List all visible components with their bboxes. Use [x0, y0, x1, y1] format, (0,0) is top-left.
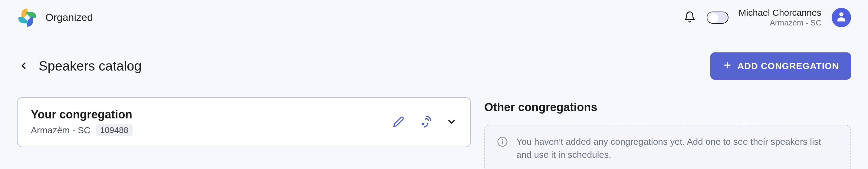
edit-button[interactable] — [393, 116, 404, 129]
toggle-knob-icon — [709, 13, 718, 23]
page: Speakers catalog ADD CONGREGATION Your c… — [0, 35, 868, 169]
back-button[interactable] — [17, 59, 30, 73]
empty-state: You haven't added any congregations yet.… — [484, 125, 851, 169]
page-header: Speakers catalog ADD CONGREGATION — [17, 50, 851, 83]
page-title: Speakers catalog — [39, 58, 142, 74]
svg-point-7 — [502, 139, 503, 140]
user-menu[interactable]: Michael Chorcannes Armazém - SC — [739, 7, 822, 28]
other-congregations-section: Other congregations You haven't added an… — [484, 97, 851, 169]
congregation-name: Armazém - SC — [31, 125, 91, 135]
share-button[interactable] — [419, 115, 432, 129]
app-name: Organized — [45, 11, 93, 23]
expand-button[interactable] — [446, 116, 457, 128]
empty-state-message: You haven't added any congregations yet.… — [516, 135, 838, 162]
app-logo-icon — [17, 7, 37, 28]
svg-point-3 — [422, 123, 425, 125]
your-congregation-section: Your congregation Armazém - SC 109488 — [17, 97, 471, 147]
add-congregation-label: ADD CONGREGATION — [738, 61, 839, 71]
user-icon — [835, 10, 847, 25]
svg-point-4 — [425, 118, 427, 120]
pencil-icon — [393, 116, 404, 129]
congregation-code-chip: 109488 — [96, 124, 132, 136]
other-congregations-heading: Other congregations — [484, 101, 851, 114]
avatar[interactable] — [832, 8, 851, 27]
brand[interactable]: Organized — [17, 7, 93, 28]
topbar: Organized Michael Chorcannes Armazém - S… — [0, 0, 868, 35]
notifications-button[interactable] — [683, 11, 696, 24]
chevron-down-icon — [446, 116, 457, 128]
plus-icon — [722, 60, 732, 72]
your-congregation-heading: Your congregation — [31, 108, 132, 121]
info-icon — [497, 136, 508, 151]
user-congregation: Armazém - SC — [770, 18, 822, 28]
chevron-left-icon — [18, 60, 29, 72]
broadcast-icon — [419, 115, 432, 129]
svg-point-0 — [839, 12, 843, 16]
add-congregation-button[interactable]: ADD CONGREGATION — [710, 52, 851, 80]
theme-toggle[interactable] — [707, 11, 728, 24]
bell-icon — [684, 11, 696, 24]
user-name: Michael Chorcannes — [739, 7, 822, 18]
your-congregation-card[interactable]: Your congregation Armazém - SC 109488 — [17, 97, 471, 147]
